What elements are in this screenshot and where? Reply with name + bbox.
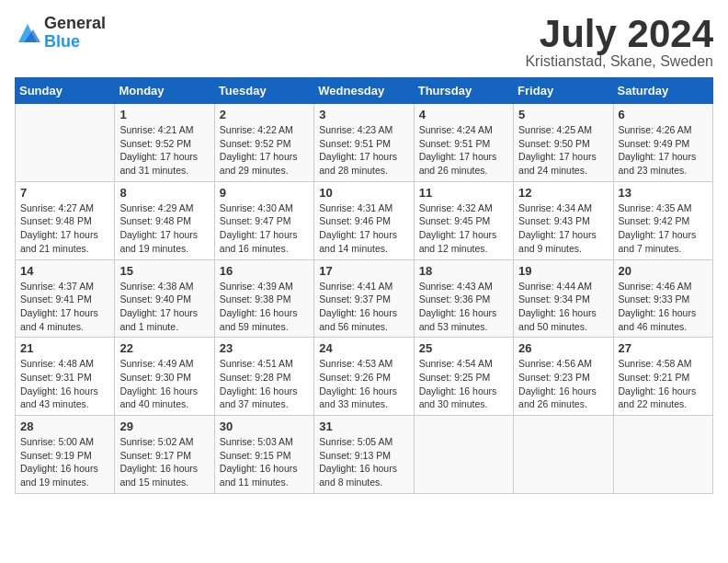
column-header-tuesday: Tuesday: [214, 78, 313, 104]
day-info: Sunrise: 4:58 AM Sunset: 9:21 PM Dayligh…: [619, 357, 708, 411]
day-number: 9: [220, 186, 309, 200]
day-info: Sunrise: 4:43 AM Sunset: 9:36 PM Dayligh…: [419, 280, 508, 334]
calendar-cell: 4Sunrise: 4:24 AM Sunset: 9:51 PM Daylig…: [414, 104, 513, 182]
day-number: 12: [518, 186, 608, 200]
day-info: Sunrise: 5:03 AM Sunset: 9:15 PM Dayligh…: [220, 435, 309, 489]
day-number: 2: [220, 108, 309, 121]
calendar-cell: 31Sunrise: 5:05 AM Sunset: 9:13 PM Dayli…: [314, 416, 414, 494]
calendar-cell: 25Sunrise: 4:54 AM Sunset: 9:25 PM Dayli…: [414, 338, 513, 416]
column-header-friday: Friday: [514, 78, 613, 104]
day-number: 1: [119, 108, 209, 121]
day-number: 29: [119, 419, 209, 433]
calendar-week-row: 28Sunrise: 5:00 AM Sunset: 9:19 PM Dayli…: [16, 416, 713, 494]
day-number: 27: [619, 341, 708, 355]
column-header-sunday: Sunday: [16, 78, 115, 104]
column-header-thursday: Thursday: [414, 78, 513, 104]
calendar-cell: 16Sunrise: 4:39 AM Sunset: 9:38 PM Dayli…: [214, 259, 313, 338]
calendar-cell: [613, 416, 712, 494]
day-info: Sunrise: 4:27 AM Sunset: 9:48 PM Dayligh…: [20, 201, 109, 256]
day-info: Sunrise: 4:26 AM Sunset: 9:49 PM Dayligh…: [619, 123, 708, 178]
logo-general-text: General: [44, 15, 106, 33]
day-info: Sunrise: 4:34 AM Sunset: 9:43 PM Dayligh…: [518, 201, 608, 256]
day-info: Sunrise: 5:02 AM Sunset: 9:17 PM Dayligh…: [119, 435, 209, 489]
calendar-cell: 3Sunrise: 4:23 AM Sunset: 9:51 PM Daylig…: [314, 104, 414, 182]
calendar-week-row: 14Sunrise: 4:37 AM Sunset: 9:41 PM Dayli…: [16, 259, 713, 338]
day-info: Sunrise: 4:21 AM Sunset: 9:52 PM Dayligh…: [119, 123, 209, 178]
day-number: 20: [619, 264, 708, 278]
day-info: Sunrise: 4:31 AM Sunset: 9:46 PM Dayligh…: [319, 201, 408, 256]
day-info: Sunrise: 4:56 AM Sunset: 9:23 PM Dayligh…: [518, 357, 608, 411]
location: Kristianstad, Skane, Sweden: [525, 53, 713, 70]
calendar-cell: 27Sunrise: 4:58 AM Sunset: 9:21 PM Dayli…: [613, 338, 712, 416]
day-info: Sunrise: 4:29 AM Sunset: 9:48 PM Dayligh…: [119, 201, 209, 256]
calendar-cell: 17Sunrise: 4:41 AM Sunset: 9:37 PM Dayli…: [314, 259, 414, 338]
calendar-cell: [514, 416, 613, 494]
calendar-cell: 21Sunrise: 4:48 AM Sunset: 9:31 PM Dayli…: [16, 338, 115, 416]
day-info: Sunrise: 4:35 AM Sunset: 9:42 PM Dayligh…: [619, 201, 708, 256]
day-number: 26: [518, 341, 608, 355]
day-number: 8: [119, 186, 209, 200]
month-title: July 2024: [525, 15, 713, 53]
day-info: Sunrise: 4:48 AM Sunset: 9:31 PM Dayligh…: [20, 357, 109, 411]
calendar-cell: 9Sunrise: 4:30 AM Sunset: 9:47 PM Daylig…: [214, 181, 313, 259]
day-number: 14: [20, 264, 109, 278]
day-number: 30: [220, 419, 309, 433]
column-header-monday: Monday: [115, 78, 214, 104]
day-info: Sunrise: 4:32 AM Sunset: 9:45 PM Dayligh…: [419, 201, 508, 256]
calendar-cell: [414, 416, 513, 494]
calendar-header-row: SundayMondayTuesdayWednesdayThursdayFrid…: [16, 78, 713, 104]
logo-text: General Blue: [44, 15, 106, 52]
day-info: Sunrise: 4:30 AM Sunset: 9:47 PM Dayligh…: [220, 201, 309, 256]
calendar-cell: 18Sunrise: 4:43 AM Sunset: 9:36 PM Dayli…: [414, 259, 513, 338]
day-number: 7: [20, 186, 109, 200]
calendar-cell: 30Sunrise: 5:03 AM Sunset: 9:15 PM Dayli…: [214, 416, 313, 494]
logo-blue-text: Blue: [44, 33, 106, 52]
day-number: 22: [119, 341, 209, 355]
calendar-cell: 13Sunrise: 4:35 AM Sunset: 9:42 PM Dayli…: [613, 181, 712, 259]
calendar-cell: 5Sunrise: 4:25 AM Sunset: 9:50 PM Daylig…: [514, 104, 613, 182]
calendar-cell: 28Sunrise: 5:00 AM Sunset: 9:19 PM Dayli…: [16, 416, 115, 494]
calendar-cell: 20Sunrise: 4:46 AM Sunset: 9:33 PM Dayli…: [613, 259, 712, 338]
day-info: Sunrise: 4:46 AM Sunset: 9:33 PM Dayligh…: [619, 280, 708, 334]
header: General Blue July 2024 Kristianstad, Ska…: [15, 15, 713, 70]
calendar-cell: 19Sunrise: 4:44 AM Sunset: 9:34 PM Dayli…: [514, 259, 613, 338]
day-number: 17: [319, 264, 408, 278]
calendar-cell: 7Sunrise: 4:27 AM Sunset: 9:48 PM Daylig…: [16, 181, 115, 259]
calendar-cell: 22Sunrise: 4:49 AM Sunset: 9:30 PM Dayli…: [115, 338, 214, 416]
column-header-wednesday: Wednesday: [314, 78, 414, 104]
calendar-table: SundayMondayTuesdayWednesdayThursdayFrid…: [15, 77, 713, 494]
day-info: Sunrise: 5:05 AM Sunset: 9:13 PM Dayligh…: [319, 435, 408, 489]
calendar-cell: 24Sunrise: 4:53 AM Sunset: 9:26 PM Dayli…: [314, 338, 414, 416]
calendar-cell: 14Sunrise: 4:37 AM Sunset: 9:41 PM Dayli…: [16, 259, 115, 338]
day-info: Sunrise: 4:54 AM Sunset: 9:25 PM Dayligh…: [419, 357, 508, 411]
day-info: Sunrise: 4:41 AM Sunset: 9:37 PM Dayligh…: [319, 280, 408, 334]
calendar-cell: 23Sunrise: 4:51 AM Sunset: 9:28 PM Dayli…: [214, 338, 313, 416]
day-number: 13: [619, 186, 708, 200]
day-number: 4: [419, 108, 508, 121]
calendar-week-row: 21Sunrise: 4:48 AM Sunset: 9:31 PM Dayli…: [16, 338, 713, 416]
day-number: 24: [319, 341, 408, 355]
day-number: 28: [20, 419, 109, 433]
day-info: Sunrise: 4:37 AM Sunset: 9:41 PM Dayligh…: [20, 280, 109, 334]
calendar-cell: 12Sunrise: 4:34 AM Sunset: 9:43 PM Dayli…: [514, 181, 613, 259]
calendar-cell: 15Sunrise: 4:38 AM Sunset: 9:40 PM Dayli…: [115, 259, 214, 338]
day-info: Sunrise: 4:53 AM Sunset: 9:26 PM Dayligh…: [319, 357, 408, 411]
day-info: Sunrise: 4:51 AM Sunset: 9:28 PM Dayligh…: [220, 357, 309, 411]
day-info: Sunrise: 4:38 AM Sunset: 9:40 PM Dayligh…: [119, 280, 209, 334]
day-number: 31: [319, 419, 408, 433]
calendar-cell: 8Sunrise: 4:29 AM Sunset: 9:48 PM Daylig…: [115, 181, 214, 259]
calendar-cell: 1Sunrise: 4:21 AM Sunset: 9:52 PM Daylig…: [115, 104, 214, 182]
calendar-cell: 26Sunrise: 4:56 AM Sunset: 9:23 PM Dayli…: [514, 338, 613, 416]
day-number: 5: [518, 108, 608, 121]
logo-icon: [15, 20, 40, 46]
day-number: 10: [319, 186, 408, 200]
calendar-cell: 29Sunrise: 5:02 AM Sunset: 9:17 PM Dayli…: [115, 416, 214, 494]
calendar-cell: [16, 104, 115, 182]
calendar-cell: 6Sunrise: 4:26 AM Sunset: 9:49 PM Daylig…: [613, 104, 712, 182]
day-number: 19: [518, 264, 608, 278]
calendar-cell: 2Sunrise: 4:22 AM Sunset: 9:52 PM Daylig…: [214, 104, 313, 182]
day-info: Sunrise: 4:23 AM Sunset: 9:51 PM Dayligh…: [319, 123, 408, 178]
day-number: 18: [419, 264, 508, 278]
day-info: Sunrise: 4:44 AM Sunset: 9:34 PM Dayligh…: [518, 280, 608, 334]
day-info: Sunrise: 4:22 AM Sunset: 9:52 PM Dayligh…: [220, 123, 309, 178]
